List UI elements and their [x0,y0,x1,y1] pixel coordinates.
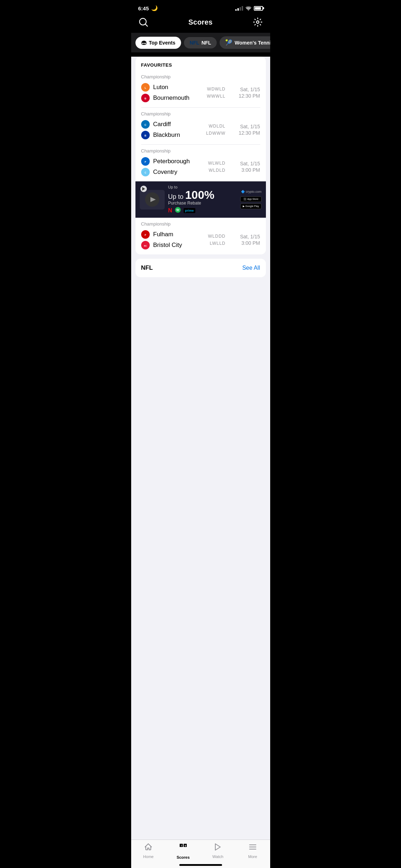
svg-text:P: P [144,161,146,163]
nav-watch[interactable]: Watch [201,843,236,859]
svg-text:9: 9 [185,844,186,847]
table-row[interactable]: C Cardiff B Blackburn WDLDL LDWWW [135,118,266,141]
svg-text:C: C [144,171,146,174]
league-label-3: Championship [135,145,266,155]
header: Scores [131,14,270,33]
search-icon [138,17,148,27]
nav-scores[interactable]: 7 9 Scores [166,843,201,859]
league-label-1: Championship [135,71,266,81]
team-name-blackburn: Blackburn [153,131,180,139]
filter-bar: 🏟 Top Events NFL NFL 🎾 Women's Tennis [131,33,270,52]
prime-logo: prime [184,208,195,213]
nav-watch-label: Watch [212,854,223,859]
favourites-title: FAVOURITES [135,57,266,71]
ad-play-button[interactable] [140,186,147,192]
team-line-bristol: BC Bristol City [141,241,204,249]
nfl-section: NFL See All [135,259,266,277]
ad-logos: N prime [168,207,237,214]
team-name-cardiff: Cardiff [153,121,171,128]
battery-icon [254,6,263,11]
svg-text:B: B [144,97,146,100]
form-blackburn: LDWWW [206,131,225,136]
nav-home-label: Home [143,854,154,859]
bottom-nav: Home 7 9 Scores Watch More [131,839,270,868]
bristol-badge: BC [141,241,150,249]
team-info-2: C Cardiff B Blackburn [141,120,202,139]
ad-image [140,190,165,210]
team-name-coventry: Coventry [153,169,178,176]
nav-more-label: More [248,854,257,859]
app-store-button[interactable]: ⬛ App Store [240,196,261,202]
team-line-peterborough: P Peterborough [141,157,204,166]
svg-text:C: C [144,123,146,126]
form-guide-2: WDLDL LDWWW [206,124,225,136]
match-group-peterborough-coventry[interactable]: Championship P Peterborough C Coventry [135,145,266,181]
favourites-section: FAVOURITES Championship L Luton B [135,57,266,254]
nfl-label: NFL [141,264,153,272]
stadium-icon: 🏟 [141,40,147,46]
table-row[interactable]: F Fulham BC Bristol City WLDDD LWLLD [135,228,266,252]
match-time-3: Sat, 1/15 3:00 PM [230,161,260,173]
filter-nfl[interactable]: NFL NFL [184,37,217,48]
match-time-2: Sat, 1/15 12:30 PM [230,124,260,136]
google-play-button[interactable]: ▶ Google Play [240,203,261,209]
match-group-cardiff-blackburn[interactable]: Championship C Cardiff B Blackburn [135,108,266,144]
ad-brand: 🔷 crypto.com [240,190,261,193]
filter-womens-tennis-label: Women's Tennis [235,40,270,46]
team-info-3: P Peterborough C Coventry [141,157,204,176]
match-time-1: Sat, 1/15 12:30 PM [230,87,260,99]
form-fulham: WLDDD [208,234,226,239]
see-all-button[interactable]: See All [242,265,260,271]
match-time-text-3: 3:00 PM [241,167,260,173]
cardiff-badge: C [141,120,150,129]
match-date-2: Sat, 1/15 [240,124,260,129]
peterborough-badge: P [141,157,150,166]
form-guide-1: WDWLD WWWLL [207,87,225,99]
match-time-text-4: 3:00 PM [241,240,260,246]
match-group-fulham-bristol[interactable]: Championship F Fulham BC Bristol City [135,218,266,254]
team-line-bournemouth: B Bournemouth [141,94,203,102]
team-line-coventry: C Coventry [141,168,204,176]
ad-banner[interactable]: Up to Up to 100% Purchase Rebate N prime… [135,181,266,218]
bournemouth-badge: B [141,94,150,102]
team-info-4: F Fulham BC Bristol City [141,230,204,249]
home-icon [144,843,153,853]
ad-percent: Up to 100% [168,189,237,201]
filter-top-events[interactable]: 🏟 Top Events [135,37,181,49]
svg-text:F: F [144,233,146,237]
svg-line-1 [145,24,147,26]
nav-more[interactable]: More [235,843,270,859]
team-name-luton: Luton [153,84,169,91]
form-guide-4: WLDDD LWLLD [208,234,226,246]
blackburn-badge: B [141,131,150,139]
svg-point-2 [257,21,259,24]
nav-scores-label: Scores [176,855,190,859]
search-button[interactable] [138,17,148,27]
nfl-icon: NFL [190,40,199,46]
svg-text:7: 7 [181,844,182,847]
filter-womens-tennis[interactable]: 🎾 Women's Tennis [220,36,270,49]
status-icons [235,5,263,11]
match-date-4: Sat, 1/15 [240,234,260,239]
match-group-luton-bournemouth[interactable]: Championship L Luton B Bournemouth [135,71,266,107]
nav-home[interactable]: Home [131,843,166,859]
home-indicator [179,864,222,866]
team-name-peterborough: Peterborough [153,158,190,165]
netflix-logo: N [168,207,173,214]
spotify-logo [175,207,181,214]
table-row[interactable]: L Luton B Bournemouth WDWLD WWWLL [135,81,266,104]
main-content: FAVOURITES Championship L Luton B [131,57,270,853]
svg-text:BC: BC [144,245,147,247]
team-name-bristol: Bristol City [153,242,182,249]
league-label-2: Championship [135,108,266,118]
team-line-fulham: F Fulham [141,230,204,239]
team-line-blackburn: B Blackburn [141,131,202,139]
coventry-badge: C [141,168,150,176]
match-time-4: Sat, 1/15 3:00 PM [230,234,260,246]
table-row[interactable]: P Peterborough C Coventry WLWLD WLDLD [135,155,266,179]
moon-icon: 🌙 [151,5,158,11]
ad-subtitle: Purchase Rebate [168,201,237,206]
match-time-text-2: 12:30 PM [239,130,260,136]
settings-button[interactable] [253,17,263,27]
watch-icon [214,843,222,853]
